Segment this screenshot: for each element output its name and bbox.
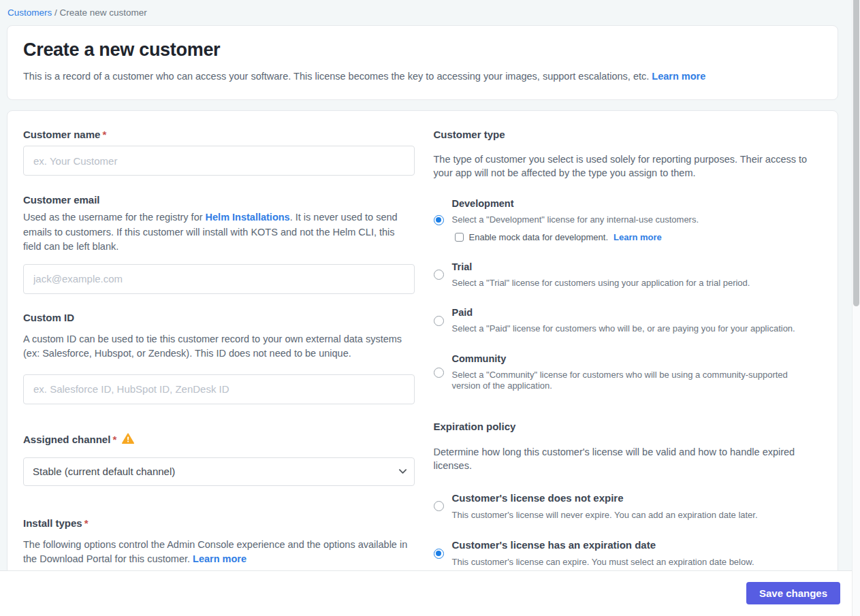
custom-id-label: Custom ID [23,312,412,323]
customer-name-label: Customer name* [23,129,412,140]
radio-option-no-expire[interactable]: Customer's license does not expire This … [434,492,823,521]
customer-type-heading: Customer type [434,129,823,140]
warning-icon [122,433,134,447]
no-expire-option-title: Customer's license does not expire [452,492,758,504]
radio-option-trial[interactable]: Trial Select a "Trial" license for custo… [434,261,823,289]
development-option-description: Select a "Development" license for any i… [452,214,699,226]
community-option-description: Select a "Community" license for custome… [452,370,818,392]
customer-email-input[interactable] [23,264,415,294]
learn-more-link-header[interactable]: Learn more [652,71,705,82]
breadcrumb-link-customers[interactable]: Customers [7,7,52,18]
create-customer-form-card: Customer name* Customer email Used as th… [7,110,838,587]
custom-id-description: A custom ID can be used to tie this cust… [23,332,412,361]
form-left-column: Customer name* Customer email Used as th… [23,129,412,568]
has-expiration-option-description: This customer's license can expire. You … [452,557,754,568]
breadcrumb-current: Create new customer [60,7,147,18]
custom-id-input[interactable] [23,374,415,404]
customer-email-label: Customer email [23,194,412,206]
install-types-description: The following options control the Admin … [23,538,412,567]
vertical-scrollbar[interactable] [852,0,860,616]
assigned-channel-label: Assigned channel* [23,434,116,445]
trial-option-title: Trial [452,261,750,272]
expiration-policy-description: Determine how long this customer's licen… [434,445,818,472]
paid-option-title: Paid [452,307,795,318]
required-asterisk: * [112,434,116,445]
form-right-column: Customer type The type of customer you s… [434,129,823,568]
community-radio[interactable] [434,368,444,378]
customer-email-description: Used as the username for the registry fo… [23,210,412,255]
customer-type-description: The type of customer you select is used … [434,152,818,180]
assigned-channel-select-wrap: Stable (current default channel) [23,457,415,486]
development-option-title: Development [452,198,699,209]
scrollbar-thumb[interactable] [853,0,859,306]
mock-data-checkbox-label: Enable mock data for development. [469,232,609,242]
customer-type-options: Development Select a "Development" licen… [434,198,823,392]
install-types-label: Install types* [23,517,412,529]
save-changes-button[interactable]: Save changes [746,582,840,604]
expiration-policy-options: Customer's license does not expire This … [434,492,823,568]
paid-radio[interactable] [434,316,444,326]
trial-radio[interactable] [434,270,444,280]
radio-option-paid[interactable]: Paid Select a "Paid" license for custome… [434,307,823,335]
mock-data-checkbox-row: Enable mock data for development. Learn … [455,232,699,242]
helm-installations-link[interactable]: Helm Installations [206,212,290,223]
required-asterisk: * [102,129,106,140]
breadcrumb: Customers / Create new customer [0,0,860,25]
page-title: Create a new customer [23,39,822,61]
assigned-channel-label-row: Assigned channel* [23,433,412,447]
footer-action-bar: Save changes [0,570,852,616]
community-option-title: Community [452,353,818,364]
breadcrumb-separator: / [54,7,60,18]
learn-more-link-install-types[interactable]: Learn more [193,553,246,564]
radio-option-development[interactable]: Development Select a "Development" licen… [434,198,823,242]
required-asterisk: * [84,517,89,529]
page-description: This is a record of a customer who can a… [23,71,822,82]
customer-name-input[interactable] [23,146,415,176]
radio-option-community[interactable]: Community Select a "Community" license f… [434,353,823,392]
assigned-channel-select[interactable]: Stable (current default channel) [23,457,415,486]
no-expire-option-description: This customer's license will never expir… [452,510,758,521]
trial-option-description: Select a "Trial" license for customers u… [452,278,750,289]
has-expiration-radio[interactable] [434,549,444,559]
paid-option-description: Select a "Paid" license for customers wh… [452,323,795,335]
radio-option-has-expiration[interactable]: Customer's license has an expiration dat… [434,539,823,568]
header-card: Create a new customer This is a record o… [7,25,838,100]
expiration-policy-heading: Expiration policy [434,421,823,432]
no-expire-radio[interactable] [434,501,444,511]
learn-more-link-mock-data[interactable]: Learn more [614,232,662,242]
development-radio[interactable] [434,215,444,225]
mock-data-checkbox[interactable] [455,233,464,242]
has-expiration-option-title: Customer's license has an expiration dat… [452,539,754,551]
